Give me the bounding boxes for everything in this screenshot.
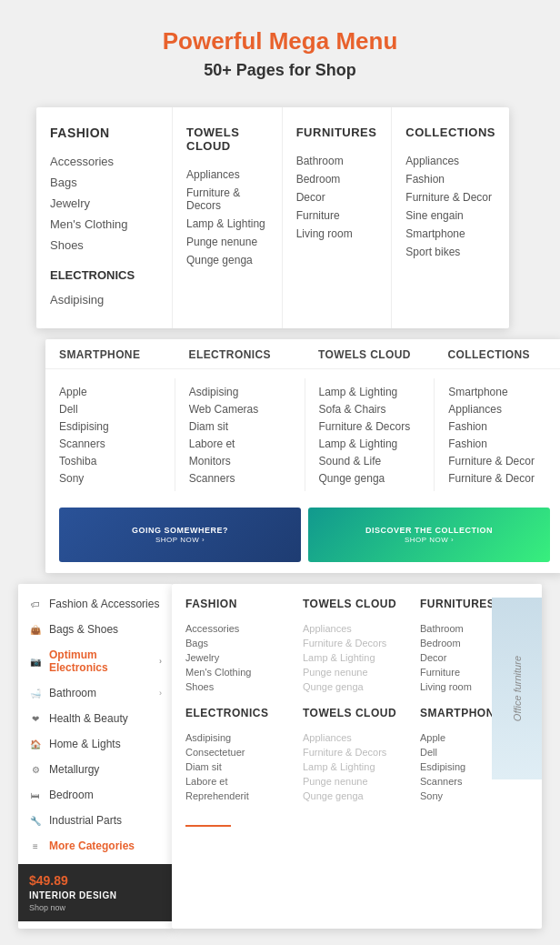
c-fashion[interactable]: Fashion [405, 170, 495, 188]
p2-c-fashion2[interactable]: Fashion [448, 435, 550, 452]
mega-t2-furniture[interactable]: Furniture & Decors [303, 745, 411, 759]
sidebar-fashion-accessories[interactable]: 🏷 Fashion & Accessories [18, 591, 173, 617]
sidebar-bags-shoes[interactable]: 👜 Bags & Shoes [18, 617, 173, 642]
mega-fashion-mens[interactable]: Men's Clothing [185, 665, 294, 679]
promo-link[interactable]: Shop now [29, 903, 162, 912]
tc-lamp-lighting[interactable]: Lamp & Lighting [186, 215, 268, 233]
mega-t1-furniture[interactable]: Furniture & Decors [303, 636, 411, 650]
bed-icon: 🛏 [29, 789, 42, 801]
mega-s-sony[interactable]: Sony [420, 789, 528, 803]
p2-sony[interactable]: Sony [59, 469, 161, 487]
mega-e-consectetuer[interactable]: Consectetuer [185, 745, 294, 759]
p2-apple[interactable]: Apple [59, 383, 161, 400]
p2-lamp-lighting2[interactable]: Lamp & Lighting [319, 435, 421, 452]
mega-t1-qunge[interactable]: Qunge genga [303, 679, 411, 694]
wrench-icon: 🔧 [29, 814, 42, 827]
sidebar-more-categories[interactable]: ≡ More Categories [18, 833, 173, 859]
p2-qunge[interactable]: Qunge genga [319, 469, 421, 487]
sidebar-home-lights[interactable]: 🏠 Home & Lights [18, 731, 173, 757]
p2-asdipising[interactable]: Asdipising [189, 383, 291, 400]
p2-scanners2[interactable]: Scanners [189, 469, 291, 487]
c-smartphone[interactable]: Smartphone [405, 225, 495, 243]
electronics-asdipising[interactable]: Asdipising [50, 289, 158, 310]
fashion-title: FASHION [50, 126, 158, 140]
f-furniture[interactable]: Furniture [296, 206, 378, 225]
mega-fashion-jewelry[interactable]: Jewelry [185, 650, 294, 665]
mega-t2-punge[interactable]: Punge nenune [303, 774, 411, 789]
mega-fashion-bags[interactable]: Bags [185, 636, 294, 650]
mega-electronics-title: ELECTRONICS [185, 707, 294, 723]
mega-t2-lamp[interactable]: Lamp & Lighting [303, 759, 411, 774]
p2-c-furniture-decor2[interactable]: Furniture & Decor [448, 469, 550, 487]
fashion-jewelry[interactable]: Jewelry [50, 193, 158, 214]
fashion-accessories[interactable]: Accessories [50, 151, 158, 172]
fashion-column: FASHION Accessories Bags Jewelry Men's C… [36, 107, 173, 328]
mega-t2-qunge[interactable]: Qunge genga [303, 789, 411, 803]
p2-toshiba[interactable]: Toshiba [59, 452, 161, 469]
sidebar-label-more: More Categories [49, 839, 135, 852]
multi-column: TOWELS CLOUD Appliances Furniture & Deco… [173, 107, 509, 328]
mega-t1-appliances[interactable]: Appliances [303, 621, 411, 636]
p2-c-fashion[interactable]: Fashion [448, 417, 550, 435]
camera-icon: 📷 [29, 655, 42, 668]
c-sine[interactable]: Sine engain [405, 206, 495, 225]
bag-icon: 👜 [29, 623, 42, 636]
sidebar-metallurgy[interactable]: ⚙ Metallurgy [18, 757, 173, 782]
sidebar-label-metallurgy: Metallurgy [49, 763, 99, 776]
tc-punge[interactable]: Punge nenune [186, 233, 268, 251]
promo-price: $49.89 [29, 873, 162, 888]
f-bedroom[interactable]: Bedroom [296, 170, 378, 188]
p2-web-cameras[interactable]: Web Cameras [189, 400, 291, 417]
mega-fashion: FASHION Accessories Bags Jewelry Men's C… [185, 598, 294, 694]
p2-lamp-lighting[interactable]: Lamp & Lighting [319, 383, 421, 400]
tc-furniture-decors[interactable]: Furniture & Decors [186, 184, 268, 215]
p2-scanners[interactable]: Scanners [59, 435, 161, 452]
sidebar-bedroom[interactable]: 🛏 Bedroom [18, 782, 173, 808]
p2-diam-sit[interactable]: Diam sit [189, 417, 291, 435]
fashion-mens-clothing[interactable]: Men's Clothing [50, 214, 158, 235]
tc-qunge[interactable]: Qunge genga [186, 251, 268, 269]
sidebar-label-bags: Bags & Shoes [49, 623, 118, 636]
fashion-bags[interactable]: Bags [50, 172, 158, 193]
p2-furniture-decors[interactable]: Furniture & Decors [319, 417, 421, 435]
sidebar-label-bathroom: Bathroom [49, 687, 96, 699]
mega-e-reprehenderit[interactable]: Reprehenderit [185, 789, 294, 803]
mega-t1-punge[interactable]: Punge nenune [303, 665, 411, 679]
sidebar-bathroom[interactable]: 🛁 Bathroom › [18, 680, 173, 706]
mega-e-labore[interactable]: Labore et [185, 774, 294, 789]
c-furniture-decor[interactable]: Furniture & Decor [405, 188, 495, 206]
sidebar-health-beauty[interactable]: ❤ Health & Beauty [18, 706, 173, 731]
panel-2-body: Apple Dell Esdipising Scanners Toshiba S… [45, 369, 560, 500]
sidebar-industrial-parts[interactable]: 🔧 Industrial Parts [18, 808, 173, 833]
p2-labore-et[interactable]: Labore et [189, 435, 291, 452]
f-bathroom[interactable]: Bathroom [296, 152, 378, 170]
p2-c-appliances[interactable]: Appliances [448, 400, 550, 417]
banner-collection[interactable]: DISCOVER THE COLLECTIONSHOP NOW › [308, 508, 550, 562]
bath-icon: 🛁 [29, 687, 42, 699]
mega-fashion-accessories[interactable]: Accessories [185, 621, 294, 636]
c-appliances[interactable]: Appliances [405, 152, 495, 170]
f-living-room[interactable]: Living room [296, 225, 378, 243]
p2-sofa-chairs[interactable]: Sofa & Chairs [319, 400, 421, 417]
p2-esdipising[interactable]: Esdipising [59, 417, 161, 435]
p2-monitors[interactable]: Monitors [189, 452, 291, 469]
mega-t1-lamp[interactable]: Lamp & Lighting [303, 650, 411, 665]
sidebar-optimum-electronics[interactable]: 📷 Optimum Electronics › [18, 642, 173, 680]
mega-divider [185, 825, 231, 827]
p2-c-smartphone[interactable]: Smartphone [448, 383, 550, 400]
banner-going-somewhere[interactable]: GOING SOMEWHERE?SHOP NOW › [59, 508, 301, 562]
tc-appliances[interactable]: Appliances [186, 166, 268, 184]
fashion-shoes[interactable]: Shoes [50, 235, 158, 256]
c-sport-bikes[interactable]: Sport bikes [405, 243, 495, 261]
sub-title: 50+ Pages for Shop [163, 61, 398, 80]
mega-e-diam[interactable]: Diam sit [185, 759, 294, 774]
p2-dell[interactable]: Dell [59, 400, 161, 417]
mega-t2-appliances[interactable]: Appliances [303, 730, 411, 745]
p2-c-furniture-decor[interactable]: Furniture & Decor [448, 452, 550, 469]
panel-1: FASHION Accessories Bags Jewelry Men's C… [36, 107, 509, 328]
f-decor[interactable]: Decor [296, 188, 378, 206]
p2-sound-life[interactable]: Sound & Life [319, 452, 421, 469]
mega-e-asdipising[interactable]: Asdipising [185, 730, 294, 745]
mega-fashion-shoes[interactable]: Shoes [185, 679, 294, 694]
panel-2-banners: GOING SOMEWHERE?SHOP NOW › DISCOVER THE … [45, 500, 560, 573]
